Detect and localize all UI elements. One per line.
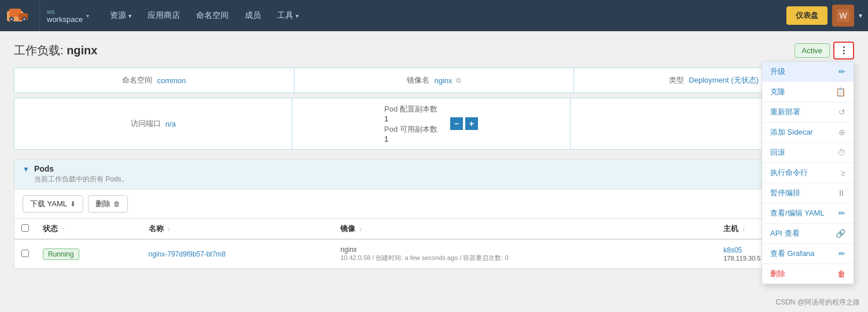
- tools-chevron-icon: ▾: [296, 13, 299, 19]
- terminal-icon: ≥: [841, 168, 845, 177]
- navbar-right: 仪表盘 W ▾: [786, 5, 868, 27]
- nav-resources[interactable]: 资源 ▾: [102, 0, 139, 31]
- dropdown-redeploy[interactable]: 重新部署 ↺: [762, 102, 854, 122]
- scale-down-button[interactable]: −: [450, 117, 463, 130]
- nav-tools[interactable]: 工具 ▾: [269, 0, 307, 31]
- header-actions: Active ⋮ 升级 ✏ 克隆 📋 重新部署 ↺ 添加 Sidecar: [795, 42, 854, 60]
- table-row: Running nginx-797d9f9b57-bt7m8 nginx 10.…: [14, 239, 854, 269]
- status-badge: Active: [795, 43, 830, 58]
- api-icon: 🔗: [836, 229, 845, 238]
- dropdown-add-sidecar[interactable]: 添加 Sidecar ⊕: [762, 122, 854, 143]
- row-checkbox-cell: [14, 239, 36, 269]
- dropdown-edit-yaml[interactable]: 查看/编辑 YAML ✏: [762, 203, 854, 224]
- host-sort-icon[interactable]: ↕: [742, 226, 745, 232]
- add-sidecar-icon: ⊕: [838, 128, 845, 137]
- svg-point-5: [10, 18, 13, 20]
- image-copy-icon[interactable]: ⧉: [456, 76, 461, 84]
- pods-title: Pods: [34, 164, 128, 173]
- port-cell: 访问端口 n/a: [14, 98, 292, 149]
- workspace-name: workspace: [47, 15, 83, 24]
- port-value: n/a: [165, 120, 176, 128]
- workspace-chevron-icon: ▾: [86, 13, 89, 19]
- navbar: ws workspace ▾ 资源 ▾ 应用商店 命名空间 成员 工具 ▾ 仪表…: [0, 0, 868, 31]
- image-value: nginx: [434, 76, 452, 85]
- namespace-cell: 命名空间 common: [14, 68, 295, 92]
- resources-chevron-icon: ▾: [128, 13, 131, 19]
- ws-label: ws: [47, 8, 83, 15]
- pod-image-meta: 10.42.0.58 / 创建时间: a few seconds ago / 容…: [340, 254, 709, 262]
- nav-appstore[interactable]: 应用商店: [139, 0, 188, 31]
- scale-up-button[interactable]: +: [465, 117, 478, 130]
- dropdown-pause[interactable]: 暂停编排 ⏸: [762, 183, 854, 203]
- pod-available-value: 1: [384, 135, 442, 143]
- download-yaml-button[interactable]: 下载 YAML ⬇: [23, 195, 83, 213]
- status-sort-icon[interactable]: ↑: [62, 226, 65, 232]
- page-title: 工作负载: nginx: [14, 43, 97, 58]
- delete-pods-button[interactable]: 删除 🗑: [88, 195, 128, 213]
- pods-toggle-icon[interactable]: ▼: [23, 165, 30, 173]
- dropdown-clone[interactable]: 克隆 📋: [762, 82, 854, 102]
- row-checkbox[interactable]: [21, 250, 29, 257]
- logo: [6, 4, 36, 27]
- dropdown-menu: 升级 ✏ 克隆 📋 重新部署 ↺ 添加 Sidecar ⊕ 回滚 ⏱: [762, 61, 854, 284]
- dropdown-api-view[interactable]: API 查看 🔗: [762, 224, 854, 244]
- dashboard-button[interactable]: 仪表盘: [786, 6, 827, 25]
- pods-toolbar: 下载 YAML ⬇ 删除 🗑: [14, 190, 854, 219]
- pods-section: ▼ Pods 当前工作负载中的所有 Pods。 下载 YAML ⬇ 删除 🗑: [14, 159, 854, 269]
- pods-table: 状态 ↑ 名称 ↕ 镜像 ↕ 主机 ↕: [14, 219, 854, 269]
- dropdown-grafana[interactable]: 查看 Grafana ✏: [762, 244, 854, 264]
- main-content: 工作负载: nginx Active ⋮ 升级 ✏ 克隆 📋 重新部署 ↺: [0, 31, 868, 312]
- nav-members[interactable]: 成员: [237, 0, 269, 31]
- edit-icon: ✏: [838, 67, 845, 76]
- name-sort-icon[interactable]: ↕: [167, 226, 170, 232]
- dropdown-rollback[interactable]: 回滚 ⏱: [762, 143, 854, 163]
- row-name: nginx-797d9f9b57-bt7m8: [142, 239, 334, 269]
- svg-point-6: [23, 18, 25, 20]
- running-badge: Running: [43, 248, 79, 260]
- select-all-checkbox[interactable]: [21, 224, 29, 232]
- pause-icon: ⏸: [837, 188, 845, 198]
- col-status: 状态 ↑: [36, 219, 142, 239]
- pods-header: ▼ Pods 当前工作负载中的所有 Pods。: [14, 159, 854, 190]
- delete-icon: 🗑: [837, 269, 845, 278]
- avatar-chevron-icon[interactable]: ▾: [859, 12, 862, 20]
- pod-image-name: nginx: [340, 246, 709, 254]
- pod-replicas-cell: Pod 配置副本数 1 Pod 可用副本数 1 − +: [292, 98, 570, 149]
- redeploy-icon: ↺: [838, 107, 845, 117]
- select-all-header: [14, 219, 36, 239]
- dropdown-exec[interactable]: 执行命令行 ≥: [762, 163, 854, 183]
- info-row-2: 访问端口 n/a Pod 配置副本数 1 Pod 可用副本数 1 − +: [14, 98, 854, 150]
- trash-icon: 🗑: [113, 200, 120, 208]
- type-value: Deployment (无状态): [689, 75, 759, 86]
- namespace-value: common: [157, 76, 186, 85]
- workspace-selector[interactable]: ws workspace ▾: [39, 0, 96, 31]
- row-status: Running: [36, 239, 142, 269]
- col-name: 名称 ↕: [142, 219, 334, 239]
- nav-menu: 资源 ▾ 应用商店 命名空间 成员 工具 ▾: [102, 0, 307, 31]
- copy-icon: 📋: [836, 87, 845, 96]
- download-icon: ⬇: [70, 200, 76, 208]
- nav-namespace[interactable]: 命名空间: [188, 0, 237, 31]
- info-row-1: 命名空间 common 镜像名 nginx ⧉ 类型 Deployment (无…: [14, 68, 854, 93]
- image-sort-icon[interactable]: ↕: [359, 226, 362, 232]
- page-header: 工作负载: nginx Active ⋮ 升级 ✏ 克隆 📋 重新部署 ↺: [14, 42, 854, 60]
- col-image: 镜像 ↕: [333, 219, 716, 239]
- image-cell: 镜像名 nginx ⧉: [295, 68, 575, 92]
- footer-note: CSDN @阿汤哥的程序之路: [775, 298, 860, 307]
- svg-text:W: W: [839, 11, 847, 20]
- avatar[interactable]: W: [832, 5, 854, 27]
- dropdown-upgrade[interactable]: 升级 ✏: [762, 62, 854, 82]
- grafana-icon: ✏: [838, 249, 845, 258]
- pods-subtitle: 当前工作负载中的所有 Pods。: [34, 174, 128, 184]
- pod-name-link[interactable]: nginx-797d9f9b57-bt7m8: [149, 250, 226, 258]
- yaml-edit-icon: ✏: [838, 209, 845, 218]
- rollback-icon: ⏱: [837, 148, 845, 157]
- dropdown-delete[interactable]: 删除 🗑: [762, 264, 854, 284]
- pod-configured-value: 1: [384, 114, 442, 123]
- row-image: nginx 10.42.0.58 / 创建时间: a few seconds a…: [333, 239, 716, 269]
- more-options-button[interactable]: ⋮: [833, 42, 854, 60]
